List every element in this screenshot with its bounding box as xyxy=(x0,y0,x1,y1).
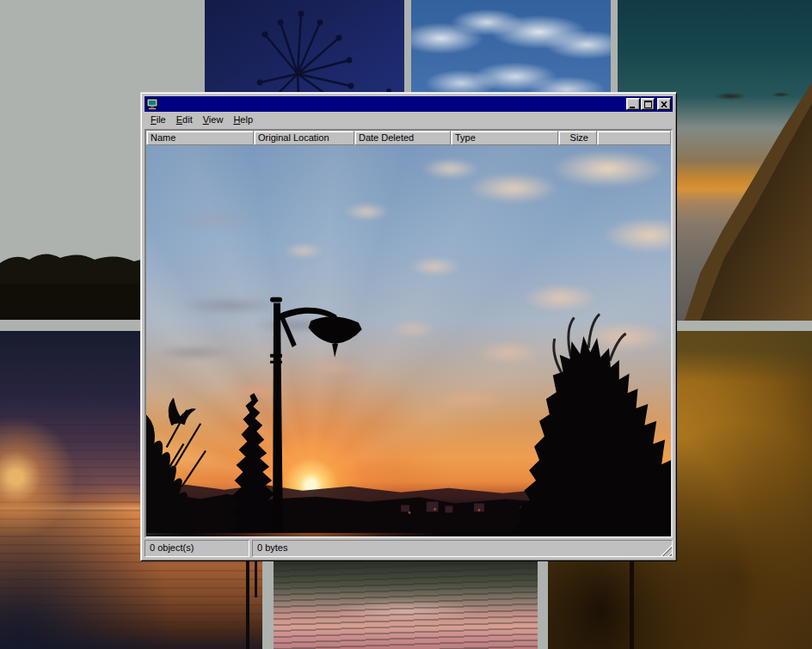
column-header-original-location[interactable]: Original Location xyxy=(254,131,354,145)
list-view-empty-area[interactable] xyxy=(146,145,671,536)
maximize-button[interactable] xyxy=(641,98,655,110)
close-button[interactable] xyxy=(657,98,671,110)
menu-file[interactable]: File xyxy=(145,113,171,127)
sunset-silhouettes xyxy=(146,145,671,533)
column-header-name[interactable]: Name xyxy=(146,131,254,145)
maximize-icon xyxy=(644,101,652,108)
status-byte-count: 0 bytes xyxy=(252,540,673,557)
column-header-filler xyxy=(597,131,671,145)
menu-view[interactable]: View xyxy=(198,113,229,127)
title-bar[interactable] xyxy=(145,96,673,112)
column-header-size[interactable]: Size xyxy=(558,131,597,145)
column-header-date-deleted[interactable]: Date Deleted xyxy=(354,131,451,145)
status-object-count: 0 object(s) xyxy=(145,540,249,557)
status-bar: 0 object(s) 0 bytes xyxy=(145,540,673,557)
minimize-button[interactable] xyxy=(626,98,640,110)
minimize-icon xyxy=(630,106,637,109)
computer-icon[interactable] xyxy=(146,98,158,110)
menu-bar: File Edit View Help xyxy=(145,112,673,128)
menu-help[interactable]: Help xyxy=(228,113,258,127)
recycle-bin-window: File Edit View Help Name Original Locati… xyxy=(140,92,677,561)
list-view-frame: Name Original Location Date Deleted Type… xyxy=(145,129,673,538)
column-header-row: Name Original Location Date Deleted Type… xyxy=(146,131,671,145)
menu-edit[interactable]: Edit xyxy=(171,113,198,127)
close-icon xyxy=(661,101,667,107)
column-header-type[interactable]: Type xyxy=(451,131,558,145)
